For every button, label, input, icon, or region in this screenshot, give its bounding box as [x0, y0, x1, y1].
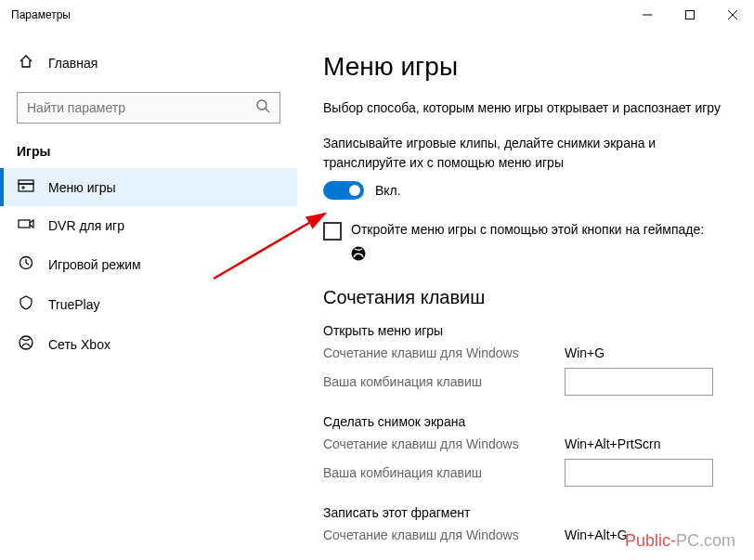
game-bar-icon	[17, 179, 35, 195]
minimize-button[interactable]	[626, 0, 669, 30]
watermark-rest: PC.com	[676, 531, 735, 550]
shortcut-user-input[interactable]	[565, 368, 713, 396]
sidebar-item-label: DVR для игр	[48, 218, 124, 233]
search-input[interactable]	[27, 100, 255, 115]
maximize-button[interactable]	[669, 0, 711, 30]
svg-rect-7	[19, 180, 33, 184]
sidebar-item-label: Меню игры	[48, 180, 116, 195]
home-icon	[17, 54, 35, 72]
shortcut-user-label: Ваша комбинация клавиш	[323, 465, 565, 480]
game-mode-icon	[17, 255, 35, 273]
sidebar-item-label: TruePlay	[48, 297, 100, 312]
sidebar-item-game-mode[interactable]: Игровой режим	[0, 244, 297, 284]
shortcut-win-label: Сочетание клавиш для Windows	[323, 345, 565, 360]
page-title: Меню игры	[323, 52, 728, 82]
svg-rect-1	[686, 11, 695, 20]
svg-rect-6	[19, 184, 33, 191]
shortcut-title: Записать этот фрагмент	[323, 505, 728, 520]
svg-rect-10	[19, 220, 30, 228]
sidebar-item-game-dvr[interactable]: DVR для игр	[0, 206, 297, 244]
sidebar: Главная Игры Меню игры DVR для игр	[0, 30, 297, 560]
trueplay-icon	[17, 295, 35, 313]
sidebar-item-label: Сеть Xbox	[48, 337, 110, 352]
shortcut-user-label: Ваша комбинация клавиш	[323, 374, 565, 389]
shortcut-win-value: Win+G	[565, 345, 604, 360]
gamepad-checkbox-label: Откройте меню игры с помощью этой кнопки…	[351, 222, 704, 237]
shortcut-win-value: Win+Alt+G	[565, 527, 628, 542]
sidebar-item-xbox-networking[interactable]: Сеть Xbox	[0, 324, 297, 364]
sidebar-home[interactable]: Главная	[0, 45, 297, 81]
shortcut-win-value: Win+Alt+PrtScrn	[565, 436, 660, 451]
shortcut-group-open-gamebar: Открыть меню игры Сочетание клавиш для W…	[323, 323, 728, 396]
window-title: Параметры	[11, 8, 71, 21]
shortcuts-heading: Сочетания клавиш	[323, 287, 728, 308]
page-description: Выбор способа, которым меню игры открыва…	[323, 98, 728, 117]
search-box[interactable]	[17, 92, 280, 124]
shortcut-user-input[interactable]	[565, 459, 713, 487]
watermark-red: Public-	[625, 531, 676, 550]
toggle-state-label: Вкл.	[375, 183, 401, 198]
svg-point-14	[20, 336, 32, 349]
sidebar-item-game-bar[interactable]: Меню игры	[0, 168, 297, 206]
toggle-description: Записывайте игровые клипы, делайте снимк…	[323, 134, 728, 172]
sidebar-section-title: Игры	[0, 124, 297, 168]
sidebar-item-label: Игровой режим	[48, 257, 141, 272]
shortcut-title: Сделать снимок экрана	[323, 414, 728, 429]
window-controls	[626, 0, 754, 30]
search-icon	[255, 98, 270, 117]
xbox-guide-icon	[351, 246, 728, 265]
gamepad-checkbox[interactable]	[323, 222, 342, 241]
svg-line-5	[266, 109, 269, 112]
svg-point-4	[257, 100, 266, 110]
xbox-icon	[17, 335, 35, 353]
svg-line-13	[26, 263, 29, 265]
shortcut-group-screenshot: Сделать снимок экрана Сочетание клавиш д…	[323, 414, 728, 487]
watermark: Public-PC.com	[625, 531, 735, 551]
game-bar-toggle[interactable]	[323, 181, 364, 200]
main-panel: Меню игры Выбор способа, которым меню иг…	[297, 30, 754, 560]
close-button[interactable]	[711, 0, 754, 30]
sidebar-home-label: Главная	[48, 56, 98, 71]
shortcut-title: Открыть меню игры	[323, 323, 728, 338]
shortcut-win-label: Сочетание клавиш для Windows	[323, 436, 565, 451]
dvr-icon	[17, 217, 35, 233]
sidebar-item-trueplay[interactable]: TruePlay	[0, 284, 297, 324]
titlebar: Параметры	[0, 0, 754, 30]
shortcut-win-label: Сочетание клавиш для Windows	[323, 527, 565, 542]
